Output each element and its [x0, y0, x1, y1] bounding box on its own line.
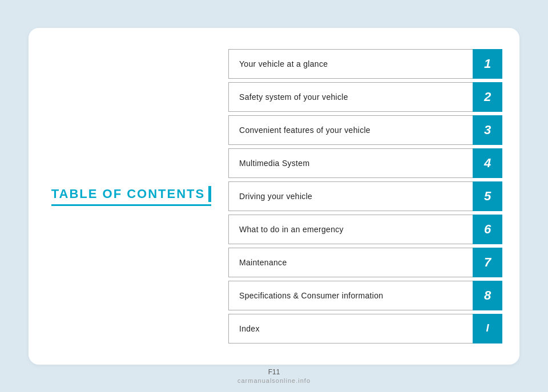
toc-label-7: Maintenance — [228, 248, 473, 277]
watermark: carmanualsonline.info — [237, 377, 311, 384]
page-container: TABLE OF CONTENTS Your vehicle at a glan… — [0, 0, 548, 392]
toc-row[interactable]: Maintenance7 — [228, 248, 502, 277]
toc-label-3: Convenient features of your vehicle — [228, 115, 473, 145]
toc-number-9[interactable]: I — [473, 314, 502, 343]
toc-row[interactable]: Specifications & Consumer information8 — [228, 281, 502, 310]
toc-number-1[interactable]: 1 — [473, 49, 502, 79]
toc-number-8[interactable]: 8 — [473, 281, 502, 310]
toc-number-2[interactable]: 2 — [473, 82, 502, 112]
left-section: TABLE OF CONTENTS — [29, 28, 223, 365]
toc-row[interactable]: What to do in an emergency6 — [228, 215, 502, 244]
toc-row[interactable]: Your vehicle at a glance1 — [228, 49, 502, 79]
toc-number-6[interactable]: 6 — [473, 215, 502, 244]
toc-row[interactable]: IndexI — [228, 314, 502, 343]
toc-label-5: Driving your vehicle — [228, 181, 473, 211]
page-number: F11 — [268, 368, 280, 376]
toc-label-2: Safety system of your vehicle — [228, 82, 473, 112]
toc-number-3[interactable]: 3 — [473, 115, 502, 145]
toc-title-bar — [208, 186, 211, 202]
white-card: TABLE OF CONTENTS Your vehicle at a glan… — [29, 28, 519, 365]
toc-row[interactable]: Safety system of your vehicle2 — [228, 82, 502, 112]
toc-label-1: Your vehicle at a glance — [228, 49, 473, 79]
toc-row[interactable]: Multimedia System4 — [228, 148, 502, 178]
footer-area: F11 carmanualsonline.info — [0, 368, 548, 384]
toc-title-text: TABLE OF CONTENTS — [51, 186, 211, 206]
toc-label-8: Specifications & Consumer information — [228, 281, 473, 310]
right-section: Your vehicle at a glance1Safety system o… — [223, 28, 519, 365]
toc-title: TABLE OF CONTENTS — [51, 186, 211, 206]
toc-row[interactable]: Convenient features of your vehicle3 — [228, 115, 502, 145]
toc-number-7[interactable]: 7 — [473, 248, 502, 277]
toc-label-9: Index — [228, 314, 473, 343]
toc-label-6: What to do in an emergency — [228, 215, 473, 244]
toc-label-4: Multimedia System — [228, 148, 473, 178]
toc-row[interactable]: Driving your vehicle5 — [228, 181, 502, 211]
toc-number-5[interactable]: 5 — [473, 181, 502, 211]
toc-number-4[interactable]: 4 — [473, 148, 502, 178]
